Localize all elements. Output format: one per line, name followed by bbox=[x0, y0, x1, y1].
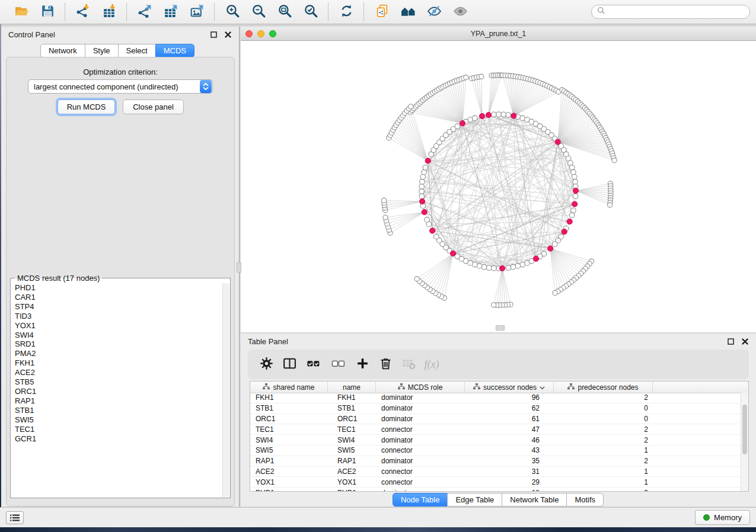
mcds-result-node[interactable]: STP4 bbox=[15, 302, 223, 312]
mcds-result-node[interactable]: SRD1 bbox=[15, 339, 223, 349]
tab-node-table[interactable]: Node Table bbox=[393, 493, 448, 507]
zoom-selected-button[interactable] bbox=[299, 2, 323, 21]
close-panel-button[interactable]: Close panel bbox=[123, 100, 184, 114]
save-icon bbox=[40, 4, 56, 20]
tab-select[interactable]: Select bbox=[118, 44, 156, 57]
close-traffic-light[interactable] bbox=[245, 30, 253, 37]
copy-network-share-button[interactable] bbox=[370, 2, 394, 21]
mcds-result-node[interactable]: STB1 bbox=[15, 406, 223, 415]
sort-desc-icon bbox=[540, 383, 545, 392]
mcds-list-scrollbar[interactable] bbox=[222, 283, 229, 497]
zoom-in-button[interactable] bbox=[221, 2, 244, 21]
horizontal-split-handle[interactable] bbox=[496, 325, 505, 331]
mcds-result-node[interactable]: FKH1 bbox=[15, 358, 223, 368]
deselect-all-button[interactable] bbox=[330, 357, 347, 372]
memory-button[interactable]: Memory bbox=[695, 510, 750, 525]
control-panel-float-button[interactable] bbox=[210, 31, 218, 39]
export-image-button[interactable] bbox=[185, 2, 209, 21]
search-input[interactable] bbox=[609, 7, 744, 17]
cell-shared-name: FKH1 bbox=[250, 393, 328, 402]
delete-table-button[interactable] bbox=[401, 357, 417, 372]
tab-edge-table[interactable]: Edge Table bbox=[447, 493, 502, 507]
zoom-out-button[interactable] bbox=[247, 2, 270, 21]
mcds-result-node[interactable]: SWI5 bbox=[15, 415, 223, 425]
import-table-button[interactable] bbox=[97, 2, 121, 21]
status-bar: Memory bbox=[0, 507, 756, 527]
cell-mcds-role: connector bbox=[376, 446, 465, 454]
add-column-button[interactable] bbox=[355, 357, 371, 372]
network-canvas[interactable] bbox=[241, 41, 756, 332]
node-table-header-row: shared namenameMCDS rolesuccessor nodesp… bbox=[250, 382, 748, 393]
export-network-button[interactable] bbox=[133, 2, 157, 21]
mcds-result-node[interactable]: TEC1 bbox=[15, 425, 223, 434]
zoom-fit-button[interactable] bbox=[273, 2, 296, 21]
column-header-name[interactable]: name bbox=[328, 382, 376, 393]
show-all-button[interactable] bbox=[448, 2, 472, 21]
cell-shared-name: STB1 bbox=[250, 404, 328, 412]
mcds-result-node[interactable]: CAR1 bbox=[15, 293, 223, 302]
column-header-mcds-role[interactable]: MCDS role bbox=[376, 382, 465, 393]
mcds-result-node[interactable]: ORC1 bbox=[15, 387, 223, 396]
cell-mcds-role: dominator bbox=[376, 457, 465, 465]
table-row[interactable]: TEC1TEC1connector472 bbox=[250, 424, 741, 435]
mcds-result-node[interactable]: TID3 bbox=[15, 312, 223, 321]
mcds-result-node[interactable]: RAP1 bbox=[15, 396, 223, 406]
open-button[interactable] bbox=[9, 2, 33, 21]
mcds-result-node[interactable]: GCR1 bbox=[15, 434, 223, 444]
cell-mcds-role: dominator bbox=[376, 489, 465, 491]
delete-column-button[interactable] bbox=[378, 357, 394, 372]
toolbar-separator bbox=[65, 3, 66, 21]
column-label: name bbox=[343, 383, 361, 392]
hide-selected-button[interactable] bbox=[422, 2, 446, 21]
tab-mcds[interactable]: MCDS bbox=[155, 44, 194, 57]
table-scrollbar-thumb[interactable] bbox=[742, 405, 747, 454]
table-row[interactable]: FKH1FKH1dominator962 bbox=[250, 393, 741, 403]
maximize-traffic-light[interactable] bbox=[269, 30, 276, 37]
refresh-button[interactable] bbox=[334, 2, 358, 21]
column-header-shared-name[interactable]: shared name bbox=[250, 382, 328, 393]
task-history-button[interactable] bbox=[6, 511, 24, 524]
table-row[interactable]: YOX1YOX1connector291 bbox=[250, 477, 741, 488]
function-builder-button[interactable]: f(x) bbox=[424, 357, 439, 372]
table-row[interactable]: ORC1ORC1dominator610 bbox=[250, 414, 741, 425]
mcds-result-node[interactable]: SWI4 bbox=[15, 331, 223, 340]
mcds-result-node[interactable]: YOX1 bbox=[15, 321, 223, 331]
table-panel-float-button[interactable] bbox=[727, 338, 735, 345]
tab-style[interactable]: Style bbox=[85, 44, 119, 57]
mcds-result-node[interactable]: STB5 bbox=[15, 377, 223, 387]
criterion-select[interactable]: largest connected component (undirected) bbox=[28, 79, 213, 94]
table-row[interactable]: ACE2ACE2connector311 bbox=[250, 467, 741, 477]
control-panel-close-button[interactable] bbox=[224, 31, 232, 39]
tab-motifs[interactable]: Motifs bbox=[566, 493, 604, 507]
split-view-button[interactable] bbox=[282, 357, 298, 372]
first-neighbors-button[interactable] bbox=[396, 2, 420, 21]
mcds-result-list[interactable]: PHD1CAR1STP4TID3YOX1SWI4SRD1PMA2FKH1ACE2… bbox=[11, 283, 223, 497]
table-row[interactable]: SWI4SWI4dominator462 bbox=[250, 435, 741, 446]
column-header-successor-nodes[interactable]: successor nodes bbox=[465, 382, 554, 393]
vertical-split-handle[interactable] bbox=[237, 262, 241, 273]
export-table-button[interactable] bbox=[159, 2, 183, 21]
cell-predecessor-nodes: 1 bbox=[554, 478, 653, 486]
table-panel-close-button[interactable] bbox=[741, 338, 749, 345]
minimize-traffic-light[interactable] bbox=[257, 30, 264, 37]
table-row[interactable]: PHD1PHD1dominator180 bbox=[250, 488, 741, 491]
table-scrollbar[interactable] bbox=[741, 393, 748, 491]
table-row[interactable]: STB1STB1dominator620 bbox=[250, 403, 741, 414]
search-field[interactable] bbox=[591, 5, 750, 19]
run-mcds-button[interactable]: Run MCDS bbox=[58, 100, 115, 114]
tab-network[interactable]: Network bbox=[40, 44, 85, 57]
network-graph[interactable] bbox=[241, 41, 756, 332]
mcds-result-node[interactable]: PMA2 bbox=[15, 349, 223, 358]
save-button[interactable] bbox=[36, 2, 59, 21]
export-network-icon bbox=[137, 4, 153, 20]
table-row[interactable]: SWI5SWI5connector431 bbox=[250, 446, 741, 456]
settings-button[interactable] bbox=[259, 357, 275, 372]
column-header-predecessor-nodes[interactable]: predecessor nodes bbox=[554, 382, 653, 393]
zoom-out-icon bbox=[251, 4, 267, 20]
mcds-result-node[interactable]: ACE2 bbox=[15, 368, 223, 377]
select-all-button[interactable] bbox=[305, 357, 323, 372]
import-network-button[interactable] bbox=[71, 2, 95, 21]
tab-network-table[interactable]: Network Table bbox=[502, 493, 567, 507]
mcds-result-node[interactable]: PHD1 bbox=[15, 283, 223, 293]
table-row[interactable]: RAP1RAP1dominator352 bbox=[250, 456, 741, 467]
